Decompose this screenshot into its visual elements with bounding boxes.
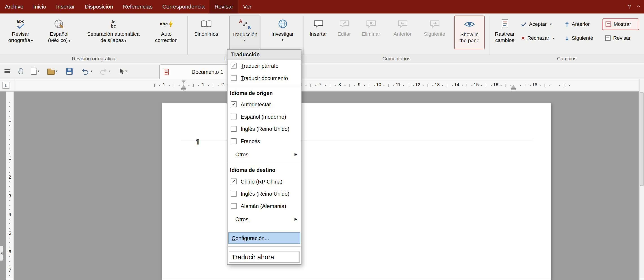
undo-button[interactable]: ▾ <box>80 66 94 77</box>
ruler-tick <box>350 84 350 87</box>
collapse-ribbon-icon[interactable]: ^ <box>638 3 640 10</box>
arrow-up-icon <box>565 21 569 27</box>
next-comment-button: Siguiente <box>419 16 450 49</box>
menu-item-traducir-documento[interactable]: Traducir documento <box>228 72 301 84</box>
ruler-tick <box>10 172 10 173</box>
menu-item-label: Español (moderno) <box>241 114 286 120</box>
review-changes-button[interactable]: Revisar <box>602 32 636 44</box>
ruler-tick <box>432 85 433 86</box>
new-document-icon <box>31 68 36 75</box>
menubar-item-referencias[interactable]: Referencias <box>118 0 158 13</box>
menu-item-ingles-reino-unido[interactable]: Inglés (Reino Unido) <box>228 123 301 135</box>
menu-item-autodetectar[interactable]: ✓Autodetectar <box>228 98 301 110</box>
new-document-button[interactable]: ▾ <box>30 66 41 77</box>
menu-item-traducir-ahora[interactable]: Traducir ahora <box>229 252 300 263</box>
menu-item-configuracion[interactable]: Configuración... <box>228 232 300 244</box>
sidebar-collapse-handle[interactable] <box>0 246 4 261</box>
dropdown-caret-icon: ▾ <box>552 36 554 40</box>
help-icon[interactable]: ? <box>628 3 631 10</box>
reject-x-icon: × <box>521 35 525 41</box>
show-in-pane-button[interactable]: Show in the pane <box>454 16 484 49</box>
ruler-number: 7 <box>6 268 14 273</box>
menubar-item-disposicion[interactable]: Disposición <box>80 0 118 13</box>
menubar-item-revisar[interactable]: Revisar <box>210 0 238 13</box>
menu-item-aleman-alemania[interactable]: Alemán (Alemania) <box>228 200 301 212</box>
checkbox-icon <box>231 191 237 197</box>
comment-next-icon <box>429 16 440 31</box>
ruler-tick <box>330 84 330 87</box>
ruler-tick <box>159 85 160 86</box>
ruler-number: 1 <box>6 155 14 160</box>
menu-item-otros[interactable]: Otros▶ <box>228 147 301 161</box>
menu-item-otros[interactable]: Otros▶ <box>228 212 301 226</box>
menu-separator <box>228 161 301 165</box>
language-button[interactable]: Español (México)▾ <box>38 16 80 49</box>
ruler-number: 2 <box>222 82 224 87</box>
ruler-tick <box>154 84 155 87</box>
autocorrect-button[interactable]: abc Auto correction <box>147 16 186 49</box>
menu-separator <box>228 244 301 250</box>
menu-separator <box>228 84 301 87</box>
ruler-tick <box>10 144 10 145</box>
menubar-item-insertar[interactable]: Insertar <box>51 0 80 13</box>
ruler-tick <box>394 85 394 86</box>
ruler-tick <box>10 181 10 182</box>
checkbox-icon: ✓ <box>231 101 237 107</box>
accept-change-button[interactable]: Aceptar ▾ <box>518 18 558 30</box>
list-view-button[interactable] <box>3 66 12 77</box>
comment-edit-icon <box>339 16 350 31</box>
reject-change-button[interactable]: × Rechazar ▾ <box>518 32 558 44</box>
ruler-tick <box>559 85 560 86</box>
ruler-tick <box>442 85 443 86</box>
show-in-pane-label: Show in the pane <box>460 32 480 43</box>
open-document-button[interactable]: ▾ <box>46 66 59 77</box>
pan-hand-button[interactable] <box>16 66 26 77</box>
menubar-item-inicio[interactable]: Inicio <box>28 0 51 13</box>
menu-item-label: Inglés (Reino Unido) <box>241 126 290 132</box>
ruler-tick <box>486 84 486 87</box>
hyphenation-button[interactable]: a-bc Separación automática de sílabas▾ <box>81 16 145 49</box>
menubar-item-correspondencia[interactable]: Correspondencia <box>158 0 210 13</box>
menu-item-ingles-reino-unido[interactable]: Inglés (Reino Unido) <box>228 188 301 200</box>
select-pointer-button[interactable]: ▾ <box>118 66 128 77</box>
ruler-tick <box>413 85 414 86</box>
ruler-tick <box>10 256 10 257</box>
menu-item-frances[interactable]: Francés <box>228 135 301 147</box>
ruler-number: 1 <box>6 118 14 123</box>
menu-item-label: Inglés (Reino Unido) <box>241 191 290 197</box>
edit-comment-button: Editar <box>333 16 356 49</box>
menu-item-espanol-moderno[interactable]: Español (moderno) <box>228 110 301 123</box>
previous-change-button[interactable]: Anterior <box>562 18 598 30</box>
previous-change-label: Anterior <box>572 21 590 27</box>
insert-comment-button[interactable]: Insertar <box>306 16 331 49</box>
save-button[interactable] <box>65 66 74 77</box>
menubar-item-ver[interactable]: Ver <box>238 0 256 13</box>
menubar-item-archivo[interactable]: Archivo <box>0 0 28 13</box>
tab-stop-selector[interactable]: L <box>2 82 10 89</box>
vertical-ruler[interactable]: 11234567 <box>6 91 14 280</box>
redo-button: ▾ <box>98 66 112 77</box>
show-changes-button[interactable]: Mostrar <box>602 18 639 30</box>
menu-title: Traducción <box>228 50 301 59</box>
comment-delete-icon <box>366 16 376 31</box>
menu-item-traducir-parrafo[interactable]: ✓Traducir párrafo <box>228 59 301 72</box>
ribbon-group-separator <box>490 16 490 60</box>
horizontal-ruler[interactable]: 11234567891011121314151618 <box>15 79 639 91</box>
document-page[interactable]: ¶ <box>162 102 551 280</box>
ruler-tick <box>218 85 219 86</box>
menubar: ArchivoInicioInsertarDisposiciónReferenc… <box>0 0 644 13</box>
scrollbar-thumb[interactable] <box>640 92 644 186</box>
vertical-scrollbar[interactable] <box>639 79 644 280</box>
spell-check-button[interactable]: abc Revisar ortografía▾ <box>4 16 37 49</box>
ruler-tick <box>564 84 564 87</box>
menu-item-label: Traducir párrafo <box>241 63 278 69</box>
ruler-tick <box>471 85 472 86</box>
track-changes-button[interactable]: Rastrear cambios <box>492 16 518 49</box>
next-change-button[interactable]: Siguiente <box>562 32 600 44</box>
menu-item-chino-rp-china[interactable]: ✓Chino (RP China) <box>228 175 301 188</box>
menubar-items: ArchivoInicioInsertarDisposiciónReferenc… <box>0 0 256 13</box>
traduccion-button[interactable]: A a Traducción ▾ <box>229 16 260 49</box>
thesaurus-button[interactable]: Sinónimos <box>191 16 222 49</box>
ruler-tick <box>428 84 428 87</box>
research-button[interactable]: Investigar ▾ <box>267 16 298 49</box>
